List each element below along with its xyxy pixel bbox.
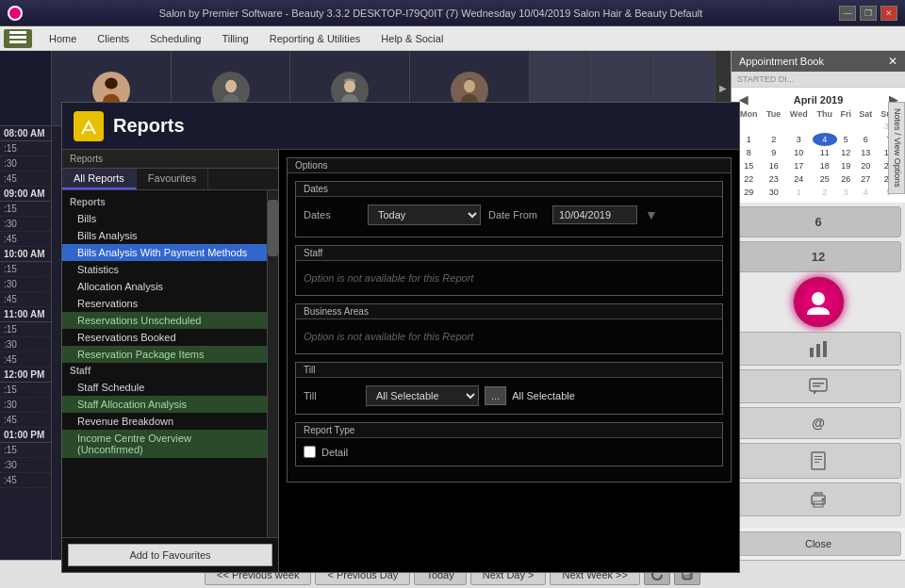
detail-checkbox[interactable] [304, 446, 316, 458]
cal-cell[interactable]: 18 [813, 159, 837, 172]
date-dropdown-icon[interactable]: ▼ [645, 207, 658, 222]
sidebar-btn-at[interactable]: @ [735, 407, 901, 439]
cal-cell[interactable]: 16 [763, 159, 785, 172]
dates-select[interactable]: Today This Week This Month Custom [368, 204, 481, 225]
sidebar-btn-chat[interactable] [735, 369, 901, 403]
add-to-favourites-button[interactable]: Add to Favourites [68, 544, 272, 566]
tree-item-allocation[interactable]: Allocation Analysis [62, 278, 267, 295]
tree-item-res-packages[interactable]: Reservation Package Items [62, 346, 267, 363]
sidebar-btn-12[interactable]: 12 [735, 241, 901, 272]
till-select[interactable]: All Selectable [366, 385, 479, 406]
cal-cell[interactable] [855, 120, 876, 133]
time-1115: :15 [0, 322, 51, 337]
cal-cell[interactable]: 5 [837, 133, 856, 146]
sidebar-btn-6[interactable]: 6 [735, 206, 901, 237]
options-section-body: Dates Dates Today This Week This Month C… [288, 173, 731, 482]
appt-book-close[interactable]: ✕ [888, 55, 897, 68]
cal-cell[interactable]: 3 [785, 133, 813, 146]
sidebar-btn-print[interactable] [735, 482, 901, 516]
cal-cell[interactable]: 27 [855, 172, 876, 186]
tree-item-income-centre[interactable]: Income Centre Overview (Unconfirmed) [62, 430, 267, 458]
profile-icon-button[interactable] [793, 276, 845, 328]
cal-cell[interactable]: 3 [837, 186, 856, 199]
till-section: Till Till All Selectable ... All Selecta… [295, 362, 723, 415]
tree-item-revenue[interactable]: Revenue Breakdown [62, 413, 267, 430]
staff-section: Staff Option is not available for this R… [295, 245, 723, 296]
cal-prev[interactable]: ◀ [739, 93, 748, 106]
cal-cell[interactable]: 26 [837, 172, 856, 186]
tree-item-res-booked[interactable]: Reservations Booked [62, 329, 267, 346]
tree-category-staff: Staff [62, 363, 267, 379]
cal-cell[interactable]: 6 [855, 133, 876, 146]
cal-cell[interactable] [785, 120, 813, 133]
time-col-header [0, 51, 52, 125]
till-dots-button[interactable]: ... [485, 386, 506, 405]
detail-label: Detail [321, 447, 348, 458]
detail-checkbox-row: Detail [304, 446, 715, 458]
cal-cell[interactable]: 30 [763, 186, 785, 199]
menu-reporting[interactable]: Reporting & Utilities [260, 30, 370, 47]
cal-cell[interactable]: 10 [785, 146, 813, 159]
menu-tilling[interactable]: Tilling [212, 30, 257, 47]
reports-options-panel: Options Dates Dates Today This Week [279, 150, 739, 572]
cal-cell[interactable] [763, 120, 785, 133]
tree-item-bills-payment[interactable]: Bills Analysis With Payment Methods [62, 244, 267, 261]
tree-item-statistics[interactable]: Statistics [62, 261, 267, 278]
cal-cell[interactable]: 13 [855, 146, 876, 159]
cal-cell-today[interactable]: 4 [813, 133, 837, 146]
cal-cell[interactable]: 24 [785, 172, 813, 186]
svg-point-5 [105, 78, 118, 90]
close-button[interactable]: ✕ [880, 6, 897, 21]
cal-cell[interactable] [813, 120, 837, 133]
menu-scheduling[interactable]: Scheduling [140, 30, 210, 47]
cal-cell[interactable]: 19 [837, 159, 856, 172]
cal-cell[interactable]: 20 [855, 159, 876, 172]
tree-item-staff-allocation[interactable]: Staff Allocation Analysis [62, 396, 267, 413]
menu-home[interactable]: Home [40, 30, 86, 47]
cal-cell[interactable]: 17 [785, 159, 813, 172]
svg-rect-23 [814, 462, 819, 463]
options-section-title: Options [288, 158, 731, 173]
reports-tab-all[interactable]: All Reports [62, 169, 137, 189]
sidebar-btn-chart[interactable] [735, 332, 901, 366]
reports-tab-favourites[interactable]: Favourites [137, 169, 208, 189]
cal-cell[interactable]: 12 [837, 146, 856, 159]
app-logo [4, 29, 32, 48]
time-1200: 12:00 PM [0, 368, 51, 383]
cal-cell[interactable]: 9 [763, 146, 785, 159]
dates-row: Dates Today This Week This Month Custom … [304, 204, 715, 225]
cal-cell[interactable]: 23 [763, 172, 785, 186]
tree-item-res-unscheduled[interactable]: Reservations Unscheduled [62, 312, 267, 329]
tree-item-bills[interactable]: Bills [62, 210, 267, 227]
menu-help[interactable]: Help & Social [371, 30, 452, 47]
cal-cell[interactable]: 1 [785, 186, 813, 199]
sidebar-btn-document[interactable] [735, 443, 901, 479]
cal-cell[interactable]: 2 [763, 133, 785, 146]
tree-item-bills-analysis[interactable]: Bills Analysis [62, 227, 267, 244]
minimize-button[interactable]: — [839, 6, 856, 21]
business-areas-unavailable: Option is not available for this Report [304, 327, 715, 346]
menu-clients[interactable]: Clients [88, 30, 139, 47]
cal-cell[interactable]: 25 [813, 172, 837, 186]
time-1100: 11:00 AM [0, 307, 51, 322]
cal-cell[interactable]: 11 [813, 146, 837, 159]
time-1345: :45 [0, 473, 51, 488]
tree-item-staff-schedule[interactable]: Staff Schedule [62, 379, 267, 396]
time-1000: 10:00 AM [0, 247, 51, 262]
close-sidebar-button[interactable]: Close [735, 531, 901, 556]
tree-scrollbar[interactable] [267, 190, 278, 537]
reports-panel-title: Reports [113, 115, 185, 137]
tree-item-reservations[interactable]: Reservations [62, 295, 267, 312]
time-815: :15 [0, 141, 51, 156]
reports-list-panel: Reports All Reports Favourites Reports B… [62, 150, 279, 572]
cal-cell[interactable]: 4 [855, 186, 876, 199]
svg-point-27 [822, 498, 825, 501]
notes-view-options-tab[interactable]: Notes / View Options [888, 102, 905, 194]
svg-rect-21 [814, 456, 822, 457]
cal-cell[interactable] [837, 120, 856, 133]
cal-day-wed: Wed [785, 108, 813, 120]
date-from-input[interactable] [552, 205, 637, 224]
svg-rect-1 [9, 36, 26, 39]
cal-cell[interactable]: 2 [813, 186, 837, 199]
restore-button[interactable]: ❐ [860, 6, 877, 21]
